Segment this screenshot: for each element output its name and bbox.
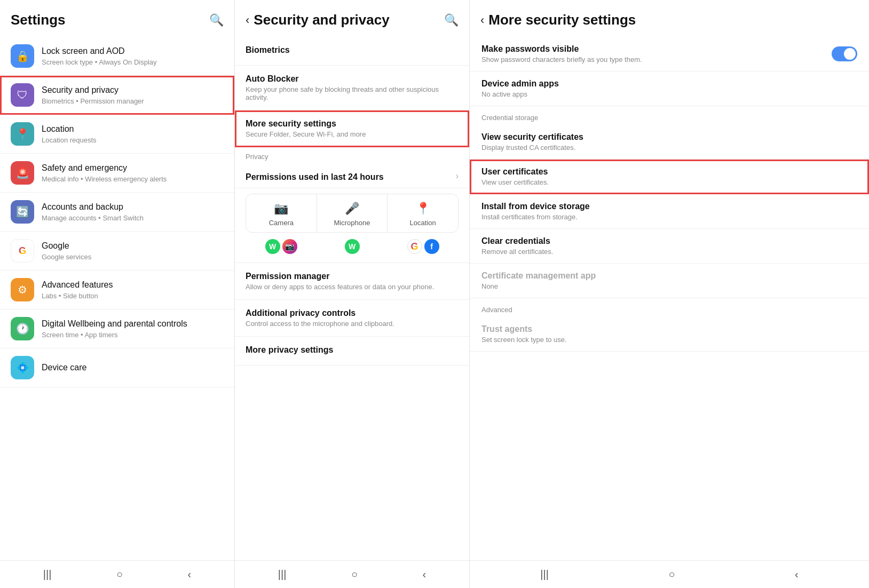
more-security-subtitle: Secure Folder, Secure Wi-Fi, and more	[246, 130, 459, 138]
more-security-header: ‹ More security settings	[470, 0, 869, 37]
privacy-section-header: Privacy	[235, 147, 469, 164]
clear-credentials-subtitle: Remove all certificates.	[481, 248, 857, 256]
left-bottom-nav: ||| ○ ‹	[0, 560, 234, 588]
device-admin-subtitle: No active apps	[481, 90, 857, 98]
permissions-24h-item[interactable]: Permissions used in last 24 hours ›	[235, 164, 469, 188]
mid-nav-recent[interactable]: |||	[278, 568, 287, 581]
security-privacy-title: Security and privacy	[42, 85, 224, 96]
additional-privacy-title: Additional privacy controls	[246, 308, 459, 318]
device-admin-item[interactable]: Device admin apps No active apps	[470, 71, 869, 106]
install-from-storage-title: Install from device storage	[481, 202, 857, 211]
trust-agents-title: Trust agents	[481, 324, 857, 334]
right-bottom-nav: ||| ○ ‹	[470, 560, 869, 588]
camera-label: Camera	[269, 219, 294, 227]
security-privacy-panel: ‹ Security and privacy 🔍 Biometrics Auto…	[235, 0, 470, 588]
install-from-storage-item[interactable]: Install from device storage Install cert…	[470, 194, 869, 229]
credential-storage-section: Credential storage	[470, 106, 869, 125]
cert-mgmt-app-item[interactable]: Certificate management app None	[470, 264, 869, 298]
install-from-storage-subtitle: Install certificates from storage.	[481, 213, 857, 221]
microphone-label: Microphone	[334, 219, 370, 227]
advanced-features-subtitle: Labs • Side button	[42, 292, 224, 300]
lock-screen-icon: 🔒	[11, 44, 34, 68]
settings-item-lock-screen[interactable]: 🔒Lock screen and AODScreen lock type • A…	[0, 37, 234, 76]
back-icon[interactable]: ‹	[246, 13, 249, 27]
nav-recent[interactable]: |||	[43, 568, 52, 581]
security-list: Biometrics Auto Blocker Keep your phone …	[235, 37, 469, 560]
safety-emergency-title: Safety and emergency	[42, 163, 224, 174]
permission-manager-title: Permission manager	[246, 272, 459, 281]
right-header-left: ‹ More security settings	[480, 12, 636, 28]
settings-title: Settings	[11, 12, 66, 28]
nav-back[interactable]: ‹	[188, 568, 192, 581]
facebook-location-icon: f	[424, 239, 439, 254]
lock-screen-subtitle: Screen lock type • Always On Display	[42, 58, 224, 66]
security-title: Security and privacy	[254, 12, 389, 28]
view-security-certs-item[interactable]: View security certificates Display trust…	[470, 125, 869, 160]
toggle-knob	[844, 48, 856, 60]
user-certificates-item[interactable]: User certificates View user certificates…	[470, 160, 869, 194]
make-passwords-visible-item[interactable]: Make passwords visible Show password cha…	[470, 37, 869, 71]
auto-blocker-title: Auto Blocker	[246, 74, 459, 84]
permissions-arrow: ›	[456, 171, 459, 181]
settings-item-location[interactable]: 📍LocationLocation requests	[0, 115, 234, 154]
settings-panel: Settings 🔍 🔒Lock screen and AODScreen lo…	[0, 0, 235, 588]
more-privacy-item[interactable]: More privacy settings	[235, 337, 469, 365]
clear-credentials-item[interactable]: Clear credentials Remove all certificate…	[470, 229, 869, 264]
settings-item-device-care[interactable]: 💠Device care	[0, 348, 234, 387]
location-col: 📍 Location	[388, 194, 458, 232]
advanced-section: Advanced	[470, 298, 869, 317]
more-security-title: More security settings	[488, 12, 636, 28]
view-security-certs-subtitle: Display trusted CA certificates.	[481, 144, 857, 152]
settings-item-accounts-backup[interactable]: 🔄Accounts and backupManage accounts • Sm…	[0, 193, 234, 232]
safety-emergency-text: Safety and emergencyMedical info • Wirel…	[42, 163, 224, 183]
auto-blocker-item[interactable]: Auto Blocker Keep your phone safe by blo…	[235, 66, 469, 110]
camera-apps: W 📷	[246, 239, 317, 254]
location-subtitle: Location requests	[42, 136, 224, 144]
camera-icon: 📷	[274, 202, 288, 216]
right-back-icon[interactable]: ‹	[480, 13, 484, 27]
permission-manager-item[interactable]: Permission manager Allow or deny apps to…	[235, 263, 469, 300]
lock-screen-title: Lock screen and AOD	[42, 46, 224, 57]
mid-nav-back[interactable]: ‹	[423, 568, 426, 581]
advanced-features-text: Advanced featuresLabs • Side button	[42, 280, 224, 300]
additional-privacy-item[interactable]: Additional privacy controls Control acce…	[235, 300, 469, 337]
permission-manager-subtitle: Allow or deny apps to access features or…	[246, 283, 459, 291]
clear-credentials-title: Clear credentials	[481, 236, 857, 246]
auto-blocker-subtitle: Keep your phone safe by blocking threats…	[246, 85, 459, 101]
settings-item-google[interactable]: GGoogleGoogle services	[0, 232, 234, 271]
more-security-item[interactable]: More security settings Secure Folder, Se…	[235, 110, 469, 147]
microphone-col: 🎤 Microphone	[317, 194, 388, 232]
settings-item-safety-emergency[interactable]: 🚨Safety and emergencyMedical info • Wire…	[0, 154, 234, 193]
biometrics-item[interactable]: Biometrics	[235, 37, 469, 66]
mid-nav-home[interactable]: ○	[351, 568, 358, 581]
device-admin-title: Device admin apps	[481, 79, 857, 89]
passwords-toggle[interactable]	[832, 46, 857, 61]
settings-list: 🔒Lock screen and AODScreen lock type • A…	[0, 37, 234, 560]
settings-item-digital-wellbeing[interactable]: 🕐Digital Wellbeing and parental controls…	[0, 309, 234, 348]
permissions-icons-row: 📷 Camera 🎤 Microphone 📍 Location	[246, 194, 459, 233]
security-privacy-text: Security and privacyBiometrics • Permiss…	[42, 85, 224, 105]
right-nav-back[interactable]: ‹	[795, 568, 799, 581]
advanced-features-title: Advanced features	[42, 280, 224, 291]
google-icon: G	[11, 239, 34, 263]
mic-apps: W	[317, 239, 388, 254]
view-security-certs-title: View security certificates	[481, 132, 857, 142]
additional-privacy-subtitle: Control access to the microphone and cli…	[246, 320, 459, 328]
google-title: Google	[42, 241, 224, 252]
header-left: ‹ Security and privacy	[246, 12, 390, 28]
settings-item-security-privacy[interactable]: 🛡Security and privacyBiometrics • Permis…	[0, 76, 234, 115]
biometrics-title: Biometrics	[246, 45, 459, 55]
right-nav-home[interactable]: ○	[668, 568, 675, 581]
settings-item-advanced-features[interactable]: ⚙Advanced featuresLabs • Side button	[0, 271, 234, 309]
mid-bottom-nav: ||| ○ ‹	[235, 560, 469, 588]
security-search-button[interactable]: 🔍	[444, 13, 459, 27]
google-text: GoogleGoogle services	[42, 241, 224, 261]
safety-emergency-subtitle: Medical info • Wireless emergency alerts	[42, 175, 224, 183]
search-button[interactable]: 🔍	[209, 13, 224, 27]
make-passwords-title: Make passwords visible	[481, 44, 826, 54]
trust-agents-item[interactable]: Trust agents Set screen lock type to use…	[470, 317, 869, 352]
right-nav-recent[interactable]: |||	[540, 568, 549, 581]
more-security-list: Make passwords visible Show password cha…	[470, 37, 869, 560]
nav-home[interactable]: ○	[116, 568, 123, 581]
digital-wellbeing-title: Digital Wellbeing and parental controls	[42, 319, 224, 330]
